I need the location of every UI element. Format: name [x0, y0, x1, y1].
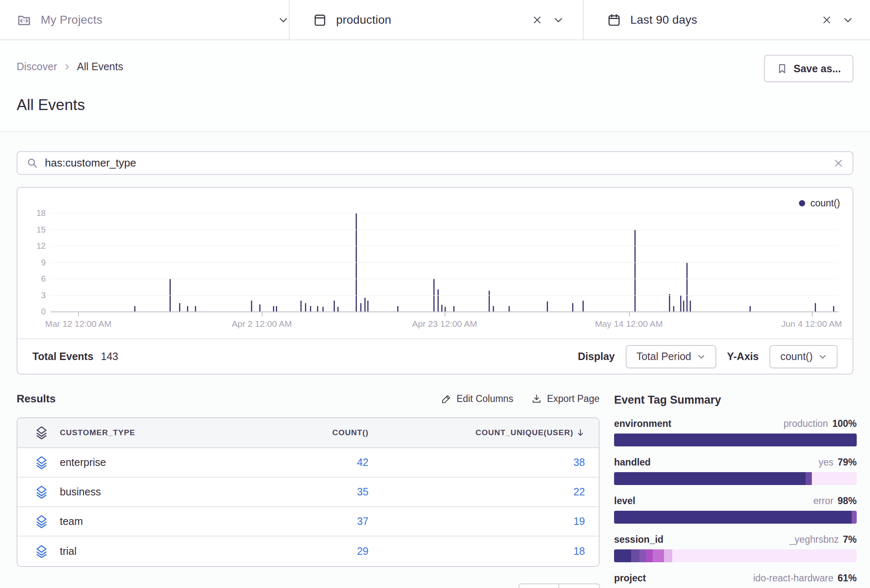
- chart-bar[interactable]: [276, 306, 277, 311]
- count-unique-value-link[interactable]: 38: [369, 456, 585, 468]
- events-chart-panel: count() Total Events 143 Display Total P…: [17, 187, 853, 375]
- search-input[interactable]: [45, 157, 833, 169]
- tag-name: handled: [614, 457, 651, 468]
- clear-filter-icon[interactable]: [822, 15, 832, 25]
- chart-bar[interactable]: [251, 301, 252, 311]
- count-unique-value-link[interactable]: 18: [369, 545, 585, 557]
- chart-bar[interactable]: [680, 295, 681, 312]
- tag-bar-segment[interactable]: [614, 511, 852, 524]
- tag-bar-segment[interactable]: [653, 549, 664, 562]
- chart-bar[interactable]: [195, 306, 196, 311]
- chart-bar[interactable]: [634, 230, 636, 312]
- edit-columns-button[interactable]: Edit Columns: [441, 393, 514, 404]
- x-axis-label: May 14 12:00 AM: [595, 319, 663, 329]
- chart-bar[interactable]: [437, 289, 439, 311]
- tag-distribution-bar[interactable]: [614, 549, 857, 562]
- tag-name: level: [614, 495, 635, 507]
- tag-top-value: production: [784, 418, 828, 429]
- yaxis-dropdown[interactable]: count(): [769, 345, 838, 368]
- chart-bar[interactable]: [493, 306, 494, 311]
- chart-bar[interactable]: [367, 301, 369, 311]
- chart-bar[interactable]: [750, 306, 751, 311]
- chart-bar[interactable]: [686, 262, 688, 312]
- breadcrumb-discover-link[interactable]: Discover: [17, 61, 57, 73]
- chart-bar[interactable]: [489, 291, 490, 311]
- display-dropdown-value: Total Period: [637, 350, 691, 363]
- project-selector[interactable]: My Projects: [0, 0, 289, 39]
- tag-distribution-bar[interactable]: [614, 472, 857, 485]
- chart-bar[interactable]: [337, 307, 339, 311]
- save-as-button[interactable]: Save as...: [764, 55, 853, 82]
- chart-bar[interactable]: [305, 303, 306, 311]
- tag-bar-segment[interactable]: [614, 472, 806, 485]
- tag-bar-segment[interactable]: [614, 434, 857, 446]
- previous-page-button[interactable]: [519, 583, 559, 588]
- chart-bar[interactable]: [669, 294, 670, 311]
- tag-distribution-bar[interactable]: [614, 511, 857, 524]
- chart-bar[interactable]: [360, 303, 361, 311]
- chevron-down-icon[interactable]: [553, 15, 564, 25]
- chart-bar[interactable]: [317, 306, 318, 311]
- tag-bar-segment[interactable]: [852, 511, 857, 524]
- customer-type-value: team: [60, 515, 227, 527]
- chart-bar[interactable]: [683, 301, 684, 311]
- tag-bar-segment[interactable]: [631, 549, 639, 562]
- display-dropdown[interactable]: Total Period: [626, 345, 716, 368]
- tag-bar-segment[interactable]: [614, 549, 631, 562]
- stack-icon: [17, 545, 60, 558]
- tag-bar-segment[interactable]: [812, 472, 857, 485]
- chart-bar[interactable]: [815, 303, 816, 311]
- chart-bar[interactable]: [322, 307, 324, 311]
- chevron-down-icon: [697, 353, 705, 361]
- tag-bar-segment[interactable]: [639, 549, 646, 562]
- tag-bar-segment[interactable]: [664, 549, 672, 562]
- chart-bar[interactable]: [179, 303, 180, 311]
- chart-bar[interactable]: [441, 305, 442, 311]
- chart-bar[interactable]: [833, 306, 834, 311]
- column-count[interactable]: COUNT(): [227, 428, 369, 437]
- export-page-button[interactable]: Export Page: [531, 393, 600, 404]
- chart-bar[interactable]: [509, 306, 510, 311]
- count-value-link[interactable]: 35: [227, 486, 369, 498]
- chart-bar[interactable]: [582, 301, 584, 311]
- date-range-selector[interactable]: Last 90 days: [583, 0, 870, 39]
- chart-bar[interactable]: [673, 306, 674, 311]
- column-count-unique[interactable]: COUNT_UNIQUE(USER): [369, 428, 585, 437]
- chart-bar[interactable]: [187, 306, 188, 311]
- chevron-down-icon: [818, 353, 827, 361]
- count-unique-value-link[interactable]: 22: [369, 486, 585, 498]
- chart-bar[interactable]: [134, 306, 135, 311]
- tag-bar-segment[interactable]: [672, 549, 857, 562]
- breadcrumb-current: All Events: [77, 61, 123, 73]
- tag-distribution-bar[interactable]: [614, 434, 857, 446]
- chart-bar[interactable]: [259, 304, 261, 311]
- tag-bar-segment[interactable]: [806, 472, 812, 485]
- chart-bar[interactable]: [273, 306, 274, 311]
- chart-bar[interactable]: [572, 303, 573, 311]
- environment-selector[interactable]: production: [289, 0, 583, 39]
- chevron-down-icon[interactable]: [278, 15, 289, 25]
- chart-bar[interactable]: [445, 307, 446, 311]
- clear-filter-icon[interactable]: [532, 15, 542, 25]
- count-value-link[interactable]: 42: [227, 456, 369, 468]
- count-value-link[interactable]: 37: [227, 515, 369, 527]
- count-value-link[interactable]: 29: [227, 545, 369, 557]
- tag-name: session_id: [614, 534, 664, 545]
- tag-bar-segment[interactable]: [646, 549, 653, 562]
- x-axis-label: Apr 2 12:00 AM: [232, 319, 292, 329]
- chart-bar[interactable]: [300, 301, 302, 311]
- chart-bar[interactable]: [334, 301, 335, 311]
- chart-bar[interactable]: [397, 306, 398, 311]
- count-unique-value-link[interactable]: 19: [369, 515, 585, 527]
- chart-bar[interactable]: [310, 306, 311, 311]
- chart-bar[interactable]: [690, 301, 691, 311]
- chart-bar[interactable]: [364, 298, 366, 311]
- clear-search-icon[interactable]: [833, 158, 843, 168]
- chevron-down-icon[interactable]: [843, 15, 853, 25]
- chart-bar[interactable]: [547, 301, 548, 311]
- column-customer-type[interactable]: CUSTOMER_TYPE: [60, 428, 227, 437]
- legend-dot-icon: [799, 200, 805, 206]
- stack-icon: [17, 515, 60, 528]
- next-page-button[interactable]: [559, 583, 600, 588]
- chart-bar[interactable]: [453, 306, 455, 311]
